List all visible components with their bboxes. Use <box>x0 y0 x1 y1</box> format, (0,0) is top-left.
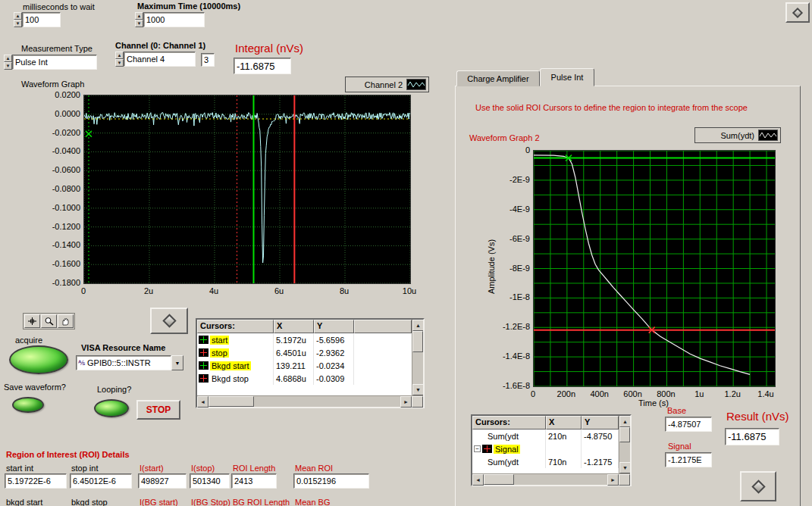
ms-wait-value[interactable]: 100 <box>22 12 61 27</box>
scroll-left-icon[interactable]: ◄ <box>197 396 208 408</box>
result-label: Result (nVs) <box>726 410 789 423</box>
decrement-icon[interactable]: ▼ <box>135 20 143 27</box>
vertical-scrollbar[interactable]: ▲ ▼ <box>412 320 423 395</box>
channel-ring[interactable]: ▲▼ Channel 4 <box>115 52 196 67</box>
cursor-y-value[interactable] <box>582 442 619 455</box>
scroll-down-icon[interactable]: ▼ <box>412 384 423 395</box>
integral-value: -11.6875 <box>234 58 291 74</box>
waveform-plot-1[interactable] <box>83 95 411 284</box>
dropdown-arrow-icon[interactable]: ▼ <box>171 355 183 370</box>
cursor-row[interactable]: Sum(ydt710n-1.2175 <box>472 455 619 468</box>
visa-resource-value[interactable]: GPIB0::5::INSTR <box>87 358 151 367</box>
tree-collapse-icon[interactable]: − <box>474 445 481 452</box>
cursor-y-value[interactable]: -1.2175 <box>582 455 619 468</box>
scroll-down-icon[interactable]: ▼ <box>619 462 630 473</box>
increment-icon[interactable]: ▲ <box>115 52 124 59</box>
scrollbar-thumb[interactable] <box>484 474 514 485</box>
cursor-row[interactable]: start5.1972u-5.6596 <box>197 333 412 346</box>
cursor-name-cell[interactable]: stop <box>197 346 274 359</box>
decrement-icon[interactable]: ▼ <box>14 20 22 27</box>
cursor-name-cell[interactable]: Sum(ydt <box>472 429 546 442</box>
navigation-button[interactable] <box>740 471 776 501</box>
cursor-name[interactable]: Sum(ydt <box>486 432 520 441</box>
cursor-x-value[interactable]: 210n <box>546 429 582 442</box>
scrollbar-thumb[interactable] <box>208 396 254 407</box>
scroll-up-icon[interactable]: ▲ <box>412 320 423 331</box>
looping-toggle[interactable] <box>94 399 129 417</box>
waveform-plot-2[interactable] <box>533 150 776 387</box>
cursor-name-cell[interactable]: Sum(ydt <box>472 455 546 468</box>
increment-icon[interactable]: ▲ <box>14 12 22 20</box>
cursor-table-header-cell[interactable]: Cursors: <box>472 416 546 429</box>
cursor-name-cell[interactable]: −Signal <box>472 442 546 455</box>
max-time-control[interactable]: ▲▼ 1000 <box>135 12 205 27</box>
cursor-tool-button[interactable] <box>24 314 40 328</box>
visa-resource-field[interactable]: ⅍ GPIB0::5::INSTR <box>76 355 171 370</box>
visa-resource-combo[interactable]: ⅍ GPIB0::5::INSTR ▼ <box>76 355 183 370</box>
cursor-y-value[interactable]: -5.6596 <box>314 333 354 346</box>
cursor-x-value[interactable]: 139.211 <box>274 359 314 372</box>
cursor-name[interactable]: Bkgd stop <box>210 374 250 383</box>
cursor-y-value[interactable]: -0.0234 <box>314 359 354 372</box>
scrollbar-thumb[interactable] <box>412 331 423 352</box>
cursor-row[interactable]: stop6.4501u-2.9362 <box>197 346 412 359</box>
measurement-type-ring[interactable]: ▲▼ Pulse Int <box>4 55 97 70</box>
navigation-button[interactable] <box>150 308 188 334</box>
decrement-icon[interactable]: ▼ <box>115 59 124 67</box>
tab-charge-amplifier[interactable]: Charge Amplifier <box>456 70 540 86</box>
cursor-table-header-cell[interactable]: Y <box>314 320 354 333</box>
cursor-y-value[interactable]: -4.8750 <box>582 429 619 442</box>
cursor-name-cell[interactable]: Bkgd stop <box>197 372 274 385</box>
cursor-x-value[interactable]: 5.1972u <box>274 333 314 346</box>
channel-value[interactable]: Channel 4 <box>124 52 196 67</box>
navigation-button[interactable] <box>785 2 810 23</box>
max-time-value[interactable]: 1000 <box>143 12 205 27</box>
acquire-button[interactable] <box>9 345 68 374</box>
cursor-table-header-cell[interactable]: Cursors: <box>197 320 274 333</box>
cursor-name[interactable]: Bkgd start <box>210 361 251 370</box>
cursor-row[interactable]: Bkgd stop4.6868u-0.0309 <box>197 372 412 385</box>
cursor-x-value[interactable] <box>546 442 582 455</box>
visa-resource-label: VISA Resource Name <box>81 343 165 352</box>
scroll-right-icon[interactable]: ► <box>607 474 619 486</box>
scroll-up-icon[interactable]: ▲ <box>619 416 630 427</box>
increment-icon[interactable]: ▲ <box>4 55 12 62</box>
waveform-plot-2-canvas[interactable] <box>534 151 775 386</box>
channel-count[interactable]: 3 <box>201 53 215 67</box>
cursor-name-cell[interactable]: start <box>197 333 274 346</box>
cursor-name[interactable]: stop <box>210 348 229 358</box>
scrollbar-thumb[interactable] <box>619 427 630 442</box>
zoom-tool-button[interactable] <box>41 314 57 328</box>
scroll-left-icon[interactable]: ◄ <box>472 474 484 486</box>
cursor-name-cell[interactable]: Bkgd start <box>197 359 274 372</box>
horizontal-scrollbar[interactable]: ◄ ► <box>197 395 423 407</box>
cursor-row[interactable]: −Signal <box>472 442 619 455</box>
cursor-x-value[interactable]: 4.6868u <box>274 372 314 385</box>
horizontal-scrollbar[interactable]: ◄ ► <box>472 473 630 485</box>
vertical-scrollbar[interactable]: ▲ ▼ <box>619 416 630 473</box>
graph1-legend[interactable]: Channel 2 <box>345 77 429 92</box>
tab-pulse-int[interactable]: Pulse Int <box>540 68 594 86</box>
cursor-y-value[interactable]: -2.9362 <box>314 346 354 359</box>
cursor-name[interactable]: Sum(ydt <box>486 458 520 467</box>
measurement-type-value[interactable]: Pulse Int <box>12 55 97 70</box>
cursor-x-value[interactable]: 6.4501u <box>274 346 314 359</box>
increment-icon[interactable]: ▲ <box>135 12 143 20</box>
decrement-icon[interactable]: ▼ <box>4 62 12 70</box>
pan-tool-button[interactable] <box>58 314 74 328</box>
stop-button[interactable]: STOP <box>136 400 180 420</box>
scroll-right-icon[interactable]: ► <box>400 396 412 408</box>
cursor-name[interactable]: Signal <box>494 445 520 454</box>
ms-wait-control[interactable]: ▲▼ 100 <box>14 12 61 27</box>
cursor-table-header-cell[interactable]: Y <box>582 416 619 429</box>
cursor-name[interactable]: start <box>210 336 229 345</box>
cursor-row[interactable]: Bkgd start139.211-0.0234 <box>197 359 412 372</box>
waveform-plot-1-canvas[interactable] <box>84 95 410 283</box>
cursor-table-header-cell[interactable]: X <box>274 320 314 333</box>
save-waveform-toggle[interactable] <box>12 397 44 413</box>
cursor-table-header-cell[interactable]: X <box>546 416 582 429</box>
cursor-x-value[interactable]: 710n <box>546 455 582 468</box>
cursor-y-value[interactable]: -0.0309 <box>314 372 354 385</box>
cursor-row[interactable]: Sum(ydt210n-4.8750 <box>472 429 619 442</box>
graph2-legend[interactable]: Sum(ydt) <box>694 127 781 143</box>
